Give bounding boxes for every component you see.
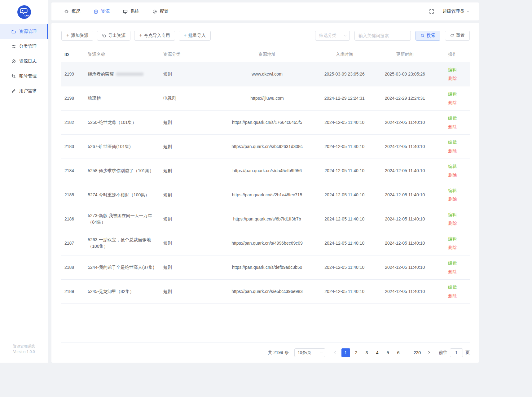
edit-link[interactable]: 编辑 <box>438 234 467 243</box>
cell-created: 2024-12-05 11:40:10 <box>314 207 375 231</box>
delete-link[interactable]: 删除 <box>438 267 467 276</box>
cell-actions: 编辑 删除 <box>435 207 470 231</box>
cell-actions: 编辑 删除 <box>435 159 470 183</box>
cell-id: 2183 <box>61 134 85 159</box>
cell-name: 琅琊榜 <box>85 86 160 110</box>
goto-label-prefix: 前往 <box>439 350 447 356</box>
resource-table: ID 资源名称 资源分类 资源地址 入库时间 更新时间 操作 2199 继承者的… <box>61 47 470 304</box>
page-button-5[interactable]: 5 <box>384 348 392 357</box>
delete-link[interactable]: 删除 <box>438 195 467 203</box>
chevron-down-icon <box>344 34 347 37</box>
user-menu[interactable]: 超级管理员 <box>442 9 470 14</box>
column-header-created: 入库时间 <box>314 47 375 62</box>
cell-category: 短剧 <box>160 231 220 255</box>
export-resource-button[interactable]: 导出资源 <box>97 31 130 41</box>
system-icon <box>123 9 128 14</box>
cell-created: 2024-12-05 11:40:10 <box>314 159 375 183</box>
edit-link[interactable]: 编辑 <box>438 114 467 122</box>
filter-placeholder: 筛选分类 <box>319 33 336 38</box>
edit-link[interactable]: 编辑 <box>438 65 467 74</box>
goto-page-input[interactable] <box>450 348 463 357</box>
next-page-button[interactable] <box>424 348 433 357</box>
resource-name: 5258-傅少求求你别虐了（101集） <box>88 168 154 173</box>
fullscreen-icon[interactable] <box>429 9 434 14</box>
page-size-select[interactable]: 10条/页 <box>294 348 325 357</box>
cell-url: https://pan.quark.cn/s/6b7fd1ff3b7b <box>220 207 314 231</box>
table-body: 2199 继承者的荣耀 短剧 www.dkewl.com 2025-03-09 … <box>61 62 470 303</box>
cell-category: 短剧 <box>160 110 220 134</box>
sidebar-item-resource-management[interactable]: 资源管理 <box>0 24 48 39</box>
page-button-last[interactable]: 220 <box>412 348 423 357</box>
edit-link[interactable]: 编辑 <box>438 89 467 98</box>
nav-label: 概况 <box>72 9 80 14</box>
delete-link[interactable]: 删除 <box>438 98 467 107</box>
reset-button[interactable]: 重置 <box>445 31 470 41</box>
page-button-4[interactable]: 4 <box>373 348 382 357</box>
tab-overview[interactable]: 概况 <box>64 9 80 14</box>
prev-page-button[interactable] <box>331 348 340 357</box>
tab-config[interactable]: 配置 <box>152 9 169 14</box>
page-button-3[interactable]: 3 <box>363 348 371 357</box>
sidebar-item-resource-log[interactable]: 资源日志 <box>0 54 48 69</box>
tab-system[interactable]: 系统 <box>123 9 139 14</box>
batch-import-button[interactable]: + 批量导入 <box>179 31 211 41</box>
page-button-6[interactable]: 6 <box>394 348 403 357</box>
resource-name: 5245-见龙卸甲（82集） <box>88 289 134 294</box>
page-ellipsis[interactable]: ··· <box>405 350 410 355</box>
edit-link[interactable]: 编辑 <box>438 259 467 267</box>
cell-actions: 编辑 删除 <box>435 183 470 207</box>
sidebar-item-user-demand[interactable]: 用户需求 <box>0 84 48 98</box>
button-label: 批量导入 <box>188 33 206 38</box>
tab-resources[interactable]: 资源 <box>93 9 110 14</box>
add-resource-button[interactable]: + 添加资源 <box>61 31 93 41</box>
app-root: CRM 资源管理 分类管理 资源日志 <box>0 0 479 363</box>
cell-id: 2187 <box>61 231 85 255</box>
category-icon <box>11 44 16 49</box>
delete-link[interactable]: 删除 <box>438 74 467 83</box>
cell-url: https://pan.quark.cn/s/4996bec69c09 <box>220 231 314 255</box>
delete-link[interactable]: 删除 <box>438 243 467 252</box>
content-spacer <box>61 304 470 342</box>
cell-created: 2024-12-29 12:24:31 <box>314 86 375 110</box>
user-name: 超级管理员 <box>442 9 464 14</box>
keyword-search-input[interactable] <box>354 31 411 41</box>
cell-actions: 编辑 删除 <box>435 134 470 159</box>
page-button-2[interactable]: 2 <box>352 348 361 357</box>
delete-link[interactable]: 删除 <box>438 122 467 131</box>
delete-link[interactable]: 删除 <box>438 171 467 179</box>
table-row: 2186 5273-新版 我被困在同一天一万年（84集） 短剧 https://… <box>61 207 470 231</box>
cell-id: 2184 <box>61 159 85 183</box>
cell-updated: 2024-12-05 11:40:10 <box>375 110 435 134</box>
page-button-1[interactable]: 1 <box>341 348 350 357</box>
system-version: Version 1.0.0 <box>0 349 48 355</box>
table-row: 2188 5244-我的弟子全是绝世高人(87集) 短剧 https://pan… <box>61 255 470 279</box>
column-header-url: 资源地址 <box>220 47 314 62</box>
cell-created: 2025-03-09 23:05:26 <box>314 62 375 86</box>
cell-url: https://pan.quark.cn/s/17664c6465f5 <box>220 110 314 134</box>
delete-link[interactable]: 删除 <box>438 146 467 155</box>
cell-updated: 2024-12-05 11:40:10 <box>375 134 435 159</box>
toolbar-left: + 添加资源 导出资源 + 夸克导入专用 + <box>61 31 211 41</box>
delete-link[interactable]: 删除 <box>438 291 467 300</box>
column-header-name: 资源名称 <box>85 47 160 62</box>
cell-created: 2024-12-05 11:40:10 <box>314 255 375 279</box>
delete-link[interactable]: 删除 <box>438 219 467 228</box>
cell-url: https://pan.quark.cn/s/bc92631d308c <box>220 134 314 159</box>
topbar-right: 超级管理员 <box>429 9 470 14</box>
cell-created: 2024-12-05 11:40:10 <box>314 110 375 134</box>
resource-name: 5273-新版 我被困在同一天一万年（84集） <box>88 213 152 225</box>
sidebar-item-account-management[interactable]: 账号管理 <box>0 69 48 84</box>
search-button[interactable]: 搜索 <box>415 31 440 41</box>
cell-category: 短剧 <box>160 159 220 183</box>
cell-name: 5273-新版 我被困在同一天一万年（84集） <box>85 207 160 231</box>
edit-link[interactable]: 编辑 <box>438 210 467 219</box>
app-logo: CRM <box>0 0 48 24</box>
edit-link[interactable]: 编辑 <box>438 283 467 291</box>
edit-link[interactable]: 编辑 <box>438 186 467 195</box>
edit-link[interactable]: 编辑 <box>438 138 467 146</box>
sidebar-item-category-management[interactable]: 分类管理 <box>0 39 48 54</box>
category-filter-select[interactable]: 筛选分类 <box>315 31 350 41</box>
column-header-category: 资源分类 <box>160 47 220 62</box>
edit-link[interactable]: 编辑 <box>438 162 467 171</box>
quark-import-button[interactable]: + 夸克导入专用 <box>134 31 175 41</box>
